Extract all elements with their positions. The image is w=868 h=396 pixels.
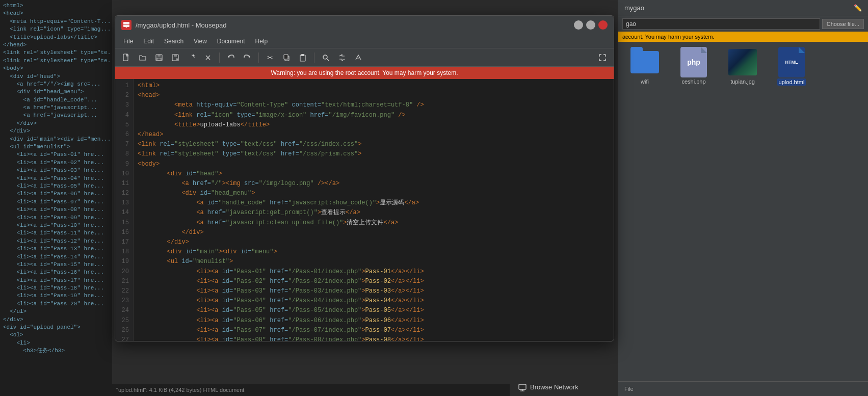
- reload-button[interactable]: [185, 51, 199, 64]
- file-item-tupian-jpg[interactable]: tupian.jpg: [722, 48, 763, 86]
- file-item-uplod-html[interactable]: HTML uplod.html: [771, 48, 812, 86]
- save-as-button[interactable]: [168, 51, 182, 64]
- code-line-23: <li><a id="Pass-04" href="/Pass-04/index…: [138, 296, 610, 306]
- paste-button[interactable]: [296, 51, 310, 64]
- choose-file-button[interactable]: Choose file...: [822, 19, 864, 29]
- browse-network-icon: [518, 382, 527, 391]
- menu-edit[interactable]: Edit: [139, 36, 158, 46]
- code-editor[interactable]: 1 2 3 4 5 6 7 8 9 10 11 12 13 14 15 16 1…: [115, 79, 614, 341]
- folder-icon-wifi: [630, 48, 659, 76]
- code-line-19: <ul id="menulist">: [138, 257, 610, 267]
- title-bar: /mygao/uplod.html - Mousepad: [115, 16, 614, 34]
- minimize-button[interactable]: [574, 20, 583, 30]
- code-line-5: <title>upload-labs</title>: [138, 120, 610, 130]
- menu-file[interactable]: File: [119, 36, 137, 46]
- file-label-tupian-jpg: tupian.jpg: [730, 78, 755, 85]
- toolbar-separator-3: [314, 52, 314, 63]
- code-line-7: <link rel="stylesheet" type="text/css" h…: [138, 140, 610, 149]
- svg-point-18: [323, 55, 327, 59]
- menu-document[interactable]: Document: [213, 36, 249, 46]
- open-file-button[interactable]: [136, 51, 150, 64]
- image-file-icon: [728, 48, 757, 76]
- background-editor: <html> <head> <meta http-equiv="Content-…: [0, 0, 112, 396]
- code-line-26: <li><a id="Pass-07" href="/Pass-07/index…: [138, 326, 610, 335]
- current-folder-name: mygao: [624, 4, 644, 12]
- fullscreen-button[interactable]: [595, 51, 610, 64]
- code-line-3: <meta http-equiv="Content-Type" content=…: [138, 100, 610, 110]
- code-line-1: <html>: [138, 81, 610, 91]
- svg-rect-17: [301, 54, 304, 56]
- file-grid: wifi php ceshi.php tupian.jpg HTML uplod…: [618, 42, 868, 381]
- code-line-21: <li><a id="Pass-02" href="/Pass-02/index…: [138, 277, 610, 286]
- svg-rect-6: [157, 58, 161, 60]
- line-numbers: 1 2 3 4 5 6 7 8 9 10 11 12 13 14 15 16 1…: [115, 79, 134, 341]
- menu-bar: File Edit Search View Document Help: [115, 34, 614, 48]
- root-warning-bar: Warning: you are using the root account.…: [115, 67, 614, 79]
- code-area[interactable]: <html> <head> <meta http-equiv="Content-…: [134, 79, 614, 341]
- close-tab-button[interactable]: [201, 51, 215, 64]
- find-button[interactable]: [319, 51, 333, 64]
- redo-button[interactable]: [240, 51, 254, 64]
- svg-rect-15: [284, 55, 288, 59]
- status-text: "uplod.html": 4.1 KiB (4,242 bytes) HTML…: [116, 387, 244, 393]
- code-line-10: <div id="head">: [138, 169, 610, 179]
- toolbar-separator-1: [219, 52, 220, 63]
- toolbar-separator-2: [258, 52, 259, 63]
- window-controls: [574, 20, 608, 30]
- html-file-icon: HTML: [777, 48, 806, 76]
- new-file-button[interactable]: [119, 51, 134, 64]
- file-label-ceshi-php: ceshi.php: [681, 78, 705, 85]
- file-manager-panel: mygao ✏️ Choose file... account. You may…: [618, 0, 868, 396]
- file-item-ceshi-php[interactable]: php ceshi.php: [673, 48, 714, 86]
- undo-button[interactable]: [224, 51, 238, 64]
- app-icon: [121, 20, 131, 30]
- edit-icon[interactable]: ✏️: [854, 4, 862, 12]
- root-warning-banner-panel: account. You may harm your system.: [618, 32, 868, 42]
- file-item-wifi[interactable]: wifi: [624, 48, 665, 86]
- mousepad-window: /mygao/uplod.html - Mousepad File Edit S…: [115, 15, 614, 341]
- code-line-12: <div id="head_menu">: [138, 189, 610, 198]
- file-count-label: File: [624, 386, 634, 392]
- file-manager-header: mygao ✏️: [618, 0, 868, 16]
- bottom-bar: Browse Network: [510, 378, 617, 396]
- code-line-24: <li><a id="Pass-05" href="/Pass-05/index…: [138, 306, 610, 315]
- browse-network-label: Browse Network: [530, 383, 578, 391]
- code-line-9: <body>: [138, 160, 610, 169]
- code-line-15: <a href="javascript:clean_upload_file()"…: [138, 218, 610, 228]
- cut-button[interactable]: ✂: [263, 51, 277, 64]
- window-title: /mygao/uplod.html - Mousepad: [136, 21, 226, 29]
- svg-rect-8: [174, 55, 177, 57]
- svg-point-2: [126, 27, 127, 28]
- file-manager-toolbar: Choose file...: [618, 16, 868, 32]
- code-line-11: <a href="/"><img src="/img/logo.png" /><…: [138, 179, 610, 189]
- code-line-4: <link rel="icon" type="image/x-icon" hre…: [138, 111, 610, 120]
- svg-marker-13: [249, 55, 250, 58]
- close-button[interactable]: [598, 20, 608, 30]
- file-manager-bottom: File: [618, 381, 868, 396]
- code-line-25: <li><a id="Pass-06" href="/Pass-06/index…: [138, 316, 610, 326]
- save-file-button[interactable]: [152, 51, 166, 64]
- replace-button[interactable]: [335, 51, 349, 64]
- copy-button[interactable]: [279, 51, 294, 64]
- address-bar[interactable]: [622, 18, 820, 30]
- maximize-button[interactable]: [586, 20, 595, 30]
- svg-line-19: [327, 59, 329, 61]
- file-label-uplod-html: uplod.html: [777, 78, 806, 86]
- code-line-20: <li><a id="Pass-01" href="/Pass-01/index…: [138, 267, 610, 277]
- spell-check-button[interactable]: [351, 51, 365, 64]
- menu-search[interactable]: Search: [160, 36, 188, 46]
- code-line-22: <li><a id="Pass-03" href="/Pass-03/index…: [138, 286, 610, 296]
- svg-rect-5: [157, 55, 161, 57]
- code-line-2: <head>: [138, 91, 610, 100]
- code-line-27: <li><a id="Pass-08" href="/Pass-08/index…: [138, 335, 610, 341]
- toolbar: ✂: [115, 48, 614, 67]
- title-bar-left: /mygao/uplod.html - Mousepad: [121, 20, 226, 30]
- code-line-6: </head>: [138, 130, 610, 140]
- menu-help[interactable]: Help: [251, 36, 272, 46]
- browse-network-button[interactable]: Browse Network: [514, 380, 583, 393]
- menu-view[interactable]: View: [190, 36, 211, 46]
- file-label-wifi: wifi: [641, 78, 649, 85]
- svg-rect-21: [519, 384, 526, 389]
- mousepad-app-icon-svg: [123, 21, 130, 29]
- php-file-icon: php: [679, 48, 708, 76]
